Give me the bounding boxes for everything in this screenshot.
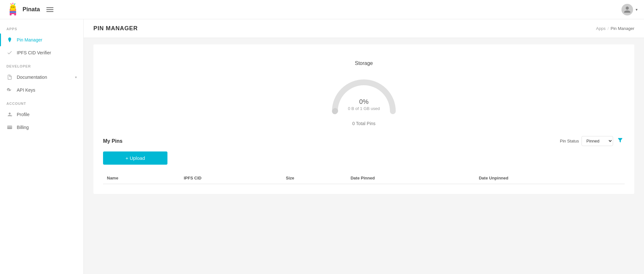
svg-point-7: [14, 6, 14, 7]
pins-title: My Pins: [103, 138, 122, 144]
svg-marker-8: [10, 3, 12, 5]
sidebar-item-pin-manager-label: Pin Manager: [17, 37, 77, 42]
documentation-chevron-icon: ▾: [75, 75, 77, 79]
sidebar-item-ipfs-label: IPFS CID Verifier: [17, 50, 77, 55]
sidebar-section-apps: APPS: [0, 27, 83, 31]
sidebar-item-billing[interactable]: Billing: [0, 121, 83, 134]
svg-rect-4: [10, 12, 16, 13]
upload-button-label: + Upload: [126, 155, 145, 161]
pin-status-filter: Pin Status Pinned Unpinned All: [560, 136, 625, 146]
logo-icon: [6, 3, 19, 17]
sidebar-item-api-keys-label: API Keys: [17, 87, 77, 93]
sidebar-section-developer: DEVELOPER: [0, 64, 83, 68]
svg-point-6: [12, 6, 13, 7]
storage-section: Storage 0% 0 B of 1 GB used 0 Total Pins: [103, 54, 625, 129]
sidebar: APPS Pin Manager IPFS CID Verifier DEVEL…: [0, 19, 84, 274]
top-nav: Pinata ▾: [0, 0, 644, 19]
main-card: Storage 0% 0 B of 1 GB used 0 Total Pins: [93, 44, 634, 194]
breadcrumb: Apps / Pin Manager: [596, 26, 634, 31]
gauge-center-text: 0% 0 B of 1 GB used: [348, 98, 380, 111]
col-ipfs-cid: IPFS CID: [180, 172, 282, 184]
app-layout: APPS Pin Manager IPFS CID Verifier DEVEL…: [0, 19, 644, 274]
hamburger-button[interactable]: [45, 6, 55, 13]
breadcrumb-current: Pin Manager: [611, 26, 634, 31]
svg-rect-1: [10, 13, 12, 15]
sidebar-item-pin-manager[interactable]: Pin Manager: [0, 33, 83, 46]
breadcrumb-root[interactable]: Apps: [596, 26, 606, 31]
pins-section: My Pins Pin Status Pinned Unpinned All: [103, 136, 625, 184]
svg-point-5: [10, 5, 16, 10]
top-nav-right: ▾: [621, 4, 638, 15]
col-date-unpinned: Date Unpinned: [475, 172, 625, 184]
user-menu-chevron[interactable]: ▾: [636, 7, 638, 12]
page-header: PIN MANAGER Apps / Pin Manager: [84, 19, 644, 38]
sidebar-item-profile[interactable]: Profile: [0, 108, 83, 121]
storage-percent: 0%: [348, 98, 380, 105]
check-icon: [6, 50, 13, 56]
profile-icon: [6, 111, 13, 118]
svg-rect-2: [14, 13, 16, 15]
app-name: Pinata: [23, 6, 40, 13]
pin-icon: [6, 37, 13, 43]
sidebar-item-documentation[interactable]: Documentation ▾: [0, 71, 83, 84]
pins-header: My Pins Pin Status Pinned Unpinned All: [103, 136, 625, 146]
svg-marker-9: [14, 3, 15, 5]
doc-icon: [6, 74, 13, 80]
svg-marker-10: [12, 3, 14, 5]
top-nav-left: Pinata: [6, 3, 55, 17]
col-date-pinned: Date Pinned: [347, 172, 475, 184]
page-title: PIN MANAGER: [93, 25, 138, 32]
pins-table: Name IPFS CID Size Date Pinned Date Unpi…: [103, 172, 625, 184]
upload-button[interactable]: + Upload: [103, 151, 167, 165]
key-icon: [6, 87, 13, 93]
pins-table-header-row: Name IPFS CID Size Date Pinned Date Unpi…: [103, 172, 625, 184]
sidebar-item-ipfs-cid-verifier[interactable]: IPFS CID Verifier: [0, 46, 83, 59]
filter-button[interactable]: [616, 136, 625, 146]
sidebar-item-documentation-label: Documentation: [17, 75, 71, 80]
pin-status-label: Pin Status: [560, 139, 579, 143]
pins-table-head: Name IPFS CID Size Date Pinned Date Unpi…: [103, 172, 625, 184]
svg-rect-13: [7, 126, 12, 129]
sidebar-item-profile-label: Profile: [17, 112, 77, 117]
col-size: Size: [282, 172, 347, 184]
pin-status-select[interactable]: Pinned Unpinned All: [582, 136, 613, 146]
total-pins: 0 Total Pins: [352, 121, 375, 126]
sidebar-item-billing-label: Billing: [17, 125, 77, 130]
user-avatar[interactable]: [621, 4, 633, 15]
billing-icon: [6, 124, 13, 131]
breadcrumb-separator: /: [608, 26, 609, 31]
sidebar-section-account: ACCOUNT: [0, 102, 83, 105]
col-name: Name: [103, 172, 180, 184]
sidebar-item-api-keys[interactable]: API Keys: [0, 84, 83, 96]
storage-title: Storage: [355, 60, 373, 66]
filter-icon: [617, 137, 623, 143]
main-content: PIN MANAGER Apps / Pin Manager Storage: [84, 19, 644, 274]
storage-used: 0 B of 1 GB used: [348, 106, 380, 111]
logo-area: Pinata: [6, 3, 40, 17]
storage-gauge: 0% 0 B of 1 GB used: [328, 73, 399, 114]
